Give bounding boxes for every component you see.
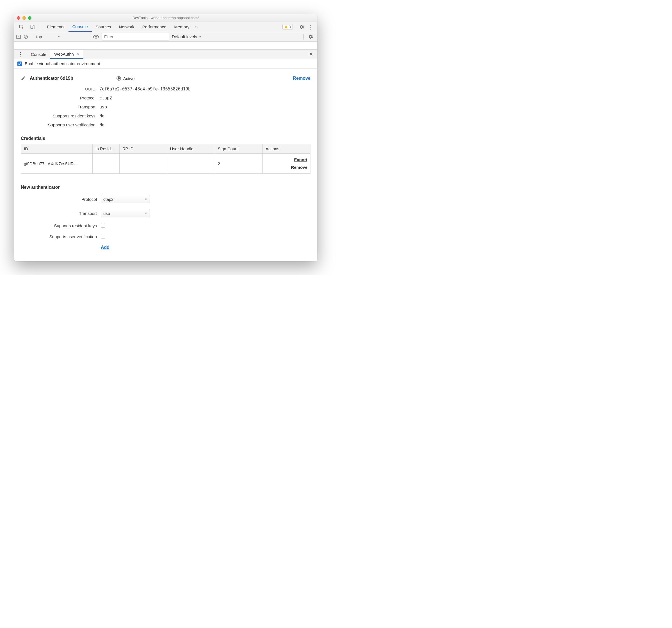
tab-memory[interactable]: Memory (170, 22, 193, 32)
chevron-down-icon: ▼ (199, 35, 201, 38)
new-suv-checkbox[interactable] (101, 234, 105, 238)
cell-id: gi9DBsn77iLAXdK7es5UR… (21, 154, 93, 173)
console-toolbar: top ▼ Default levels ▼ (14, 32, 317, 42)
close-window-button[interactable] (17, 16, 20, 20)
enable-virtual-env-label: Enable virtual authenticator environment (25, 61, 100, 66)
svg-point-7 (95, 36, 97, 37)
tab-sources[interactable]: Sources (92, 22, 115, 32)
edit-icon[interactable] (21, 76, 26, 81)
protocol-value: ctap2 (99, 95, 310, 100)
active-radio[interactable] (117, 76, 121, 80)
devtools-window: DevTools - webauthndemo.appspot.com/ Ele… (14, 14, 317, 261)
uuid-label: UUID (21, 87, 99, 92)
drawer-tab-bar: ⋮ Console WebAuthn ✕ ✕ (14, 49, 317, 59)
webauthn-panel: Authenticator 6d19b Active Remove UUID 7… (14, 69, 317, 261)
uuid-value: 7cf6a7e2-0537-48c4-b9fe-f3653826d19b (99, 87, 310, 92)
context-selector[interactable]: top ▼ (34, 33, 87, 40)
cell-actions: Export Remove (262, 154, 310, 173)
enable-virtual-env-row: Enable virtual authenticator environment (14, 59, 317, 69)
chevron-down-icon: ▼ (57, 35, 61, 38)
new-protocol-label: Protocol (21, 197, 101, 202)
protocol-label: Protocol (21, 95, 99, 100)
table-header-row: ID Is Resid… RP ID User Handle Sign Coun… (21, 144, 310, 154)
new-authenticator-title: New authenticator (21, 185, 310, 190)
new-transport-label: Transport (21, 211, 101, 216)
add-authenticator-link[interactable]: Add (101, 245, 110, 250)
inspect-element-icon[interactable] (17, 24, 26, 29)
new-protocol-select[interactable]: ctap2 ▼ (101, 195, 150, 203)
traffic-lights (17, 16, 31, 20)
cell-sign: 2 (215, 154, 262, 173)
srk-label: Supports resident keys (21, 114, 99, 118)
new-srk-checkbox[interactable] (101, 223, 105, 228)
suv-label: Supports user verification (21, 122, 99, 127)
new-suv-label: Supports user verification (21, 234, 101, 239)
close-tab-icon[interactable]: ✕ (76, 52, 79, 56)
new-protocol-value: ctap2 (103, 197, 114, 202)
tab-console[interactable]: Console (69, 22, 92, 32)
credentials-title: Credentials (21, 136, 310, 141)
svg-line-5 (25, 36, 27, 38)
transport-label: Transport (21, 104, 99, 110)
warnings-badge[interactable]: 3 (282, 24, 293, 29)
col-sign[interactable]: Sign Count (215, 144, 262, 154)
suv-value: No (99, 122, 310, 127)
zoom-window-button[interactable] (28, 16, 31, 20)
console-settings-gear-icon[interactable] (307, 34, 315, 39)
toggle-sidebar-icon[interactable] (16, 34, 21, 39)
cell-resident (93, 154, 120, 173)
drawer-tab-label: Console (31, 52, 46, 57)
kebab-menu-icon[interactable]: ⋮ (306, 24, 315, 30)
authenticator-header: Authenticator 6d19b Active Remove (21, 76, 310, 81)
col-resident[interactable]: Is Resid… (93, 144, 120, 154)
tab-network[interactable]: Network (115, 22, 138, 32)
col-rpid[interactable]: RP ID (119, 144, 167, 154)
remove-authenticator-link[interactable]: Remove (293, 76, 310, 81)
window-title: DevTools - webauthndemo.appspot.com/ (17, 16, 314, 20)
enable-virtual-env-checkbox[interactable] (17, 62, 22, 66)
chevron-down-icon: ▼ (145, 198, 147, 201)
new-srk-label: Supports resident keys (21, 223, 101, 228)
new-authenticator-section: New authenticator Protocol ctap2 ▼ Trans… (21, 185, 310, 250)
new-transport-select[interactable]: usb ▼ (101, 209, 150, 217)
context-value: top (36, 34, 42, 39)
tab-elements[interactable]: Elements (43, 22, 69, 32)
tab-performance[interactable]: Performance (138, 22, 170, 32)
warning-count: 3 (289, 25, 291, 29)
levels-label: Default levels (172, 34, 197, 39)
svg-rect-2 (33, 26, 35, 29)
main-tab-bar: Elements Console Sources Network Perform… (14, 22, 317, 32)
drawer-menu-icon[interactable]: ⋮ (14, 51, 27, 57)
clear-console-icon[interactable] (24, 34, 28, 39)
transport-value: usb (99, 104, 310, 110)
settings-gear-icon[interactable] (297, 24, 306, 29)
drawer-tab-label: WebAuthn (54, 52, 74, 56)
cell-user (167, 154, 215, 173)
warning-icon (284, 26, 288, 28)
chevron-down-icon: ▼ (145, 212, 147, 215)
active-label: Active (123, 76, 135, 81)
srk-value: No (99, 114, 310, 118)
titlebar: DevTools - webauthndemo.appspot.com/ (14, 14, 317, 22)
device-toolbar-icon[interactable] (29, 24, 37, 29)
col-id[interactable]: ID (21, 144, 93, 154)
col-user[interactable]: User Handle (167, 144, 215, 154)
live-expression-icon[interactable] (93, 35, 99, 39)
col-actions[interactable]: Actions (262, 144, 310, 154)
minimize-window-button[interactable] (22, 16, 26, 20)
close-drawer-icon[interactable]: ✕ (305, 51, 317, 57)
authenticator-details: UUID 7cf6a7e2-0537-48c4-b9fe-f3653826d19… (21, 87, 310, 127)
remove-credential-link[interactable]: Remove (266, 163, 307, 171)
cell-rpid (119, 154, 167, 173)
credentials-table: ID Is Resid… RP ID User Handle Sign Coun… (21, 144, 310, 173)
new-transport-value: usb (103, 211, 110, 216)
log-levels-selector[interactable]: Default levels ▼ (172, 34, 201, 39)
filter-input[interactable] (102, 33, 169, 41)
authenticator-title: Authenticator 6d19b (30, 76, 73, 81)
export-credential-link[interactable]: Export (266, 156, 307, 163)
drawer-tab-webauthn[interactable]: WebAuthn ✕ (50, 50, 83, 59)
table-row[interactable]: gi9DBsn77iLAXdK7es5UR… 2 Export Remove (21, 154, 310, 173)
drawer-tab-console[interactable]: Console (27, 50, 50, 59)
more-tabs-icon[interactable]: » (193, 24, 199, 30)
